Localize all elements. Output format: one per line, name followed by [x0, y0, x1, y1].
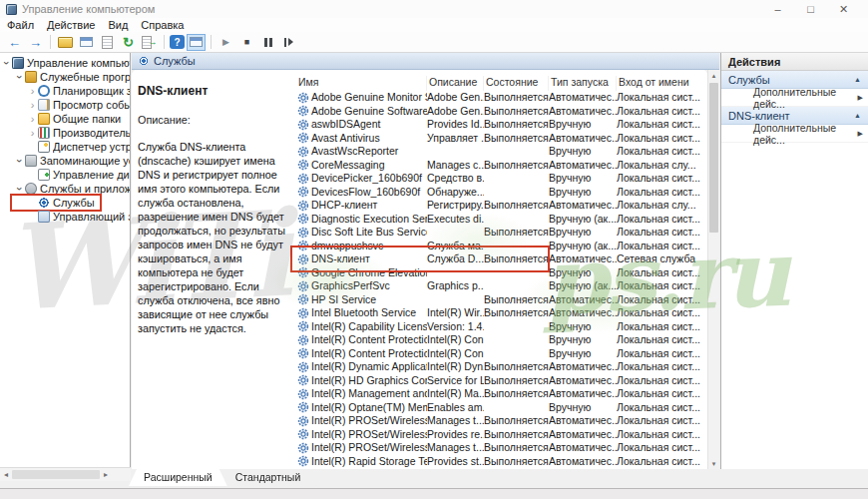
- tree-item-event-viewer[interactable]: ›Просмотр событий: [0, 98, 130, 112]
- column-header-name[interactable]: Имя: [296, 76, 427, 91]
- chevron-down-icon[interactable]: ›: [13, 185, 27, 194]
- chevron-right-icon[interactable]: ›: [28, 84, 37, 98]
- column-header-description[interactable]: Описание: [427, 76, 484, 91]
- actions-item[interactable]: Дополнительные дейс...▶: [721, 89, 868, 107]
- pause-service-icon[interactable]: [258, 34, 277, 51]
- service-row[interactable]: Intel(R) Optane(TM) Memory...Enables am.…: [296, 401, 707, 415]
- tab-standard-view[interactable]: Стандартный: [220, 469, 316, 486]
- service-row[interactable]: Google Chrome Elevation Se...ВручнуюЛока…: [296, 266, 707, 280]
- service-row[interactable]: Intel(R) HD Graphics Control ...Service …: [296, 374, 707, 388]
- scroll-up-icon[interactable]: ▴: [708, 70, 719, 81]
- minimize-button[interactable]: –: [761, 0, 794, 18]
- tree-item-storage[interactable]: ›Запоминающие устройств: [0, 154, 130, 168]
- menu-item[interactable]: Вид: [108, 19, 128, 31]
- service-gear-icon: [296, 360, 311, 374]
- actions-item[interactable]: Дополнительные дейс...▶: [721, 125, 868, 143]
- service-gear-icon: [296, 145, 311, 159]
- help-icon[interactable]: ?: [170, 35, 185, 49]
- service-row[interactable]: Intel Bluetooth ServiceIntel(R) Wir...Вы…: [296, 306, 707, 320]
- console-tree-icon[interactable]: [77, 34, 96, 51]
- chevron-right-icon[interactable]: ›: [28, 126, 37, 140]
- scroll-left-icon[interactable]: ◂: [0, 470, 12, 479]
- menu-item[interactable]: Действие: [47, 19, 95, 31]
- service-logon-as: Локальная сист...: [617, 374, 704, 388]
- chevron-right-icon[interactable]: ›: [28, 112, 37, 126]
- tree-horizontal-scrollbar[interactable]: ◂ ▸: [0, 467, 131, 481]
- menu-item[interactable]: Файл: [7, 19, 34, 31]
- service-row[interactable]: CoreMessagingManages c...ВыполняетсяАвто…: [296, 159, 707, 173]
- scroll-down-icon[interactable]: ▾: [708, 458, 719, 469]
- service-status: Выполняется: [484, 159, 549, 173]
- close-button[interactable]: ✕: [827, 0, 860, 18]
- properties-icon[interactable]: [98, 34, 117, 51]
- tree-item-services[interactable]: Службы: [0, 196, 130, 210]
- column-header-startup-type[interactable]: Тип запуска: [549, 76, 617, 91]
- service-logon-as: Локальная слу...: [617, 199, 704, 213]
- restart-service-icon[interactable]: [279, 34, 298, 51]
- service-row[interactable]: Adobe Genuine Monitor Ser...Adobe Gen...…: [296, 91, 707, 105]
- service-row[interactable]: dmwappushsvcСлужба ма...Вручную (ак...Ло…: [296, 240, 707, 253]
- menu-item[interactable]: Справка: [141, 19, 184, 31]
- service-row[interactable]: GraphicsPerfSvcGraphics p...Вручную (ак.…: [296, 279, 707, 293]
- toolbar-separator: [164, 35, 165, 49]
- service-row[interactable]: Intel(R) Content Protection H...Intel(R)…: [296, 333, 707, 347]
- service-row[interactable]: DNS-клиентСлужба D...ВыполняетсяАвтомати…: [296, 252, 707, 266]
- chevron-right-icon[interactable]: ›: [28, 98, 37, 112]
- service-row[interactable]: DevicesFlow_160b690fОбнаруже...ВручнуюЛо…: [296, 186, 707, 200]
- tree-item-disk-management[interactable]: Управление дисками: [0, 168, 130, 182]
- services-vertical-scrollbar[interactable]: ▴ ▾: [707, 70, 719, 469]
- tree-item-computer-management[interactable]: ›Управление компьютером (ло: [0, 56, 130, 70]
- service-row[interactable]: DevicePicker_160b690fСредство в...Вручну…: [296, 172, 707, 186]
- service-row[interactable]: Intel(R) PROSet/Wireless Zer...Manages t…: [296, 441, 707, 455]
- service-gear-icon: [296, 240, 311, 253]
- service-row[interactable]: Intel(R) PROSet/Wireless Eve...Manages t…: [296, 414, 707, 428]
- tab-extended-view[interactable]: Расширенный: [129, 469, 227, 486]
- service-row[interactable]: HP SI ServiceВыполняетсяАвтоматичес...Ло…: [296, 293, 707, 307]
- service-row[interactable]: Adobe Genuine Software Int...Adobe Gen..…: [296, 105, 707, 119]
- tree-item-label: Управляющий элемент: [53, 210, 130, 224]
- stop-service-icon[interactable]: ■: [237, 34, 256, 51]
- back-icon[interactable]: ←: [5, 34, 24, 51]
- tree-item-task-scheduler[interactable]: ›Планировщик заданий: [0, 84, 130, 98]
- tree-item-wmi-control[interactable]: Управляющий элемент: [0, 210, 130, 224]
- action-pane-icon[interactable]: [187, 34, 206, 51]
- service-gear-icon: [296, 347, 311, 361]
- service-row[interactable]: Avast AntivirusУправляет ...ВыполняетсяА…: [296, 132, 707, 146]
- export-list-icon[interactable]: [140, 34, 159, 51]
- chevron-down-icon[interactable]: ›: [13, 157, 27, 166]
- collapse-icon[interactable]: ▲: [854, 112, 861, 119]
- service-row[interactable]: AvastWscReporterВручнуюЛокальная сист...: [296, 145, 707, 159]
- console-tree[interactable]: ›Управление компьютером (ло›Служебные пр…: [0, 53, 131, 467]
- service-row[interactable]: Intel(R) Rapid Storage Techn...Provides …: [296, 455, 707, 469]
- tree-item-device-manager[interactable]: Диспетчер устройств: [0, 140, 130, 154]
- tree-item-shared-folders[interactable]: ›Общие папки: [0, 112, 130, 126]
- refresh-icon[interactable]: ↻: [119, 34, 138, 51]
- scroll-right-icon[interactable]: ▸: [100, 470, 112, 479]
- forward-icon[interactable]: →: [26, 34, 45, 51]
- service-row[interactable]: aswbIDSAgentProvides Id...ВыполняетсяВру…: [296, 118, 707, 132]
- chevron-down-icon[interactable]: ›: [0, 59, 14, 68]
- chevron-down-icon[interactable]: ›: [13, 73, 27, 82]
- service-description: Служба D...: [427, 252, 484, 266]
- tree-hscroll-thumb[interactable]: [12, 470, 100, 479]
- service-row[interactable]: Intel(R) Capability Licensing ...Version…: [296, 320, 707, 334]
- service-row[interactable]: Intel(R) Management and Se...Intel(R) Ma…: [296, 387, 707, 401]
- service-row[interactable]: Intel(R) Dynamic Application...Intel(R) …: [296, 360, 707, 374]
- collapse-icon[interactable]: ▲: [854, 76, 861, 83]
- services-vscroll-thumb[interactable]: [709, 83, 718, 233]
- column-header-logon-as[interactable]: Вход от имени: [617, 76, 704, 91]
- maximize-button[interactable]: □: [794, 0, 827, 18]
- service-row[interactable]: Intel(R) PROSet/Wireless Reg...Provides …: [296, 428, 707, 442]
- up-level-icon[interactable]: [56, 34, 75, 51]
- service-row[interactable]: Diagnostic Execution ServiceExecutes di.…: [296, 213, 707, 227]
- service-logon-as: Локальная сист...: [617, 293, 704, 307]
- column-header-status[interactable]: Состояние: [484, 76, 549, 91]
- tree-item-system-tools[interactable]: ›Служебные программы: [0, 70, 130, 84]
- service-row[interactable]: DHCP-клиентРегистриру...ВыполняетсяАвтом…: [296, 199, 707, 213]
- tree-item-performance[interactable]: ›Производительность: [0, 126, 130, 140]
- tree-item-services-and-apps[interactable]: ›Службы и приложения: [0, 182, 130, 196]
- start-service-icon[interactable]: ▶: [217, 34, 235, 51]
- service-row[interactable]: Disc Soft Lite Bus ServiceВыполняетсяВру…: [296, 226, 707, 240]
- service-gear-icon: [296, 293, 311, 307]
- service-row[interactable]: Intel(R) Content Protection H...Intel(R)…: [296, 347, 707, 361]
